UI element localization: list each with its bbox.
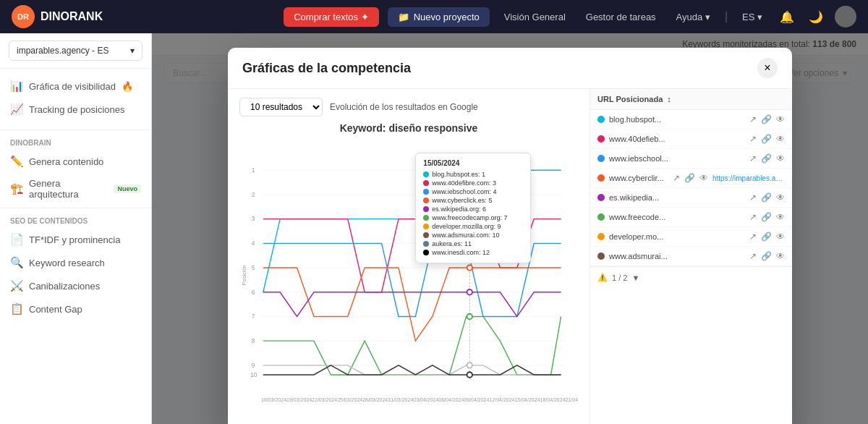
modal-controls: 10 resultados Evolución de los resultado… [239,98,578,116]
tooltip-item-9: www.inesdi.com: 12 [423,248,523,257]
domain-row-40defiebre: www.40defieb... ↗ 🔗 👁 [590,130,792,149]
sidebar-main-section: 📊 Gráfica de visibilidad 🔥 📈 Tracking de… [0,69,151,127]
tooltip-item-0: blog.hubspot.es: 1 [423,170,523,179]
domain-actions-wikipedia: ↗ 🔗 👁 [749,192,785,203]
tooltip-text-0: blog.hubspot.es: 1 [432,171,485,178]
tooltip-text-6: developer.mozilla.org: 9 [432,223,501,230]
vision-general-link[interactable]: Visión General [498,12,571,22]
tooltip-item-7: www.adsmurai.com: 10 [423,231,523,239]
tooltip-dot-8 [423,241,429,247]
sort-icon: ↕ [667,95,671,103]
external-link-icon[interactable]: ↗ [673,173,680,183]
project-selector[interactable]: imparables.agency - ES ▾ [0,33,151,69]
domain-name-hubspot: blog.hubspot... [609,115,745,124]
eye-icon[interactable]: 👁 [776,134,785,144]
copy-icon[interactable]: 🔗 [761,134,772,144]
svg-text:10: 10 [250,371,258,378]
notifications-icon[interactable]: 🔔 [777,10,797,24]
domain-name-wikipedia: es.wikipedia... [609,193,745,202]
svg-point-25 [467,265,472,270]
domain-name-cyberclick: www.cyberclir... [609,174,668,182]
domain-dot-freecodecamp [597,213,605,221]
svg-text:4: 4 [252,239,255,247]
svg-point-28 [467,362,472,368]
domain-url-cyberclick: https://imparables.agency/seo-para-... [712,174,785,182]
domain-actions-adsmurai: ↗ 🔗 👁 [749,251,785,261]
copy-icon[interactable]: 🔗 [684,173,695,183]
language-selector[interactable]: ES ▾ [736,12,768,22]
domain-name-mozilla: developer.mo... [609,232,745,241]
eye-icon[interactable]: 👁 [776,251,785,261]
external-link-icon[interactable]: ↗ [749,153,757,164]
tooltip-text-3: www.cyberclick.es: 5 [432,197,492,204]
external-link-icon[interactable]: ↗ [749,251,757,261]
evolution-label: Evolución de los resultados en Google [330,102,478,112]
svg-point-27 [467,314,472,319]
domain-row-cyberclick: www.cyberclir... ↗ 🔗 👁 https://imparable… [590,169,792,188]
sidebar-item-keyword-research[interactable]: 🔍 Keyword research [0,251,151,274]
copy-icon[interactable]: 🔗 [761,232,772,242]
domain-actions-hubspot: ↗ 🔗 👁 [749,114,785,124]
theme-toggle-icon[interactable]: 🌙 [806,10,826,24]
sidebar-item-genera-contenido[interactable]: ✏️ Genera contenido [0,150,151,173]
domain-row-iebschool: www.iebschool... ↗ 🔗 👁 [590,149,792,169]
external-link-icon[interactable]: ↗ [749,212,757,222]
content-area: Keywords monitorizadas en total: 113 de … [152,33,868,424]
chart-tooltip: 15/05/2024 blog.hubspot.es: 1 www.40defi… [415,153,531,263]
sidebar-item-genera-arquitectura[interactable]: 🏗️ Genera arquitectura Nuevo [0,173,151,205]
tooltip-dot-3 [423,198,429,203]
ayuda-link[interactable]: Ayuda ▾ [671,12,716,22]
external-link-icon[interactable]: ↗ [749,114,757,124]
copy-icon[interactable]: 🔗 [761,251,772,261]
canibalizaciones-icon: ⚔️ [10,279,23,292]
user-avatar[interactable] [835,6,856,27]
gestor-tareas-link[interactable]: Gestor de tareas [580,12,662,22]
sidebar-item-content-gap[interactable]: 📋 Content Gap [0,297,151,321]
tracking-icon: 📈 [10,103,23,116]
sidebar-item-tfidf[interactable]: 📄 TF*IDF y prominencia [0,228,151,251]
warning-icon: ⚠️ [597,273,608,282]
copy-icon[interactable]: 🔗 [761,153,772,164]
modal-close-button[interactable]: × [757,58,778,78]
domain-row-hubspot: blog.hubspot... ↗ 🔗 👁 [590,110,792,130]
tooltip-text-4: es.wikipedia.org: 6 [432,205,486,213]
tooltip-item-6: developer.mozilla.org: 9 [423,222,523,231]
results-select[interactable]: 10 resultados [239,98,323,116]
eye-icon[interactable]: 👁 [776,153,785,164]
sidebar-item-tracking[interactable]: 📈 Tracking de posiciones [0,98,151,121]
eye-icon[interactable]: 👁 [776,192,785,203]
eye-icon[interactable]: 👁 [776,114,785,124]
tooltip-dot-1 [423,180,429,186]
keyword-label: Keyword: diseño responsive [239,122,578,134]
external-link-icon[interactable]: ↗ [749,232,757,242]
copy-icon[interactable]: 🔗 [761,192,772,203]
main-layout: imparables.agency - ES ▾ 📊 Gráfica de vi… [0,33,868,424]
external-link-icon[interactable]: ↗ [749,134,757,144]
domain-dot-cyberclick [597,174,605,182]
svg-text:5: 5 [252,264,255,271]
tooltip-item-5: www.freecodecamp.org: 7 [423,213,523,222]
project-dropdown[interactable]: imparables.agency - ES ▾ [9,41,142,61]
eye-icon[interactable]: 👁 [776,212,785,222]
tooltip-item-4: es.wikipedia.org: 6 [423,205,523,213]
sidebar-item-canibalizaciones[interactable]: ⚔️ Canibalizaciones [0,274,151,297]
modal-graficas-competencia: Gráficas de la competencia × 10 resultad… [228,48,792,424]
new-project-button[interactable]: 📁 Nuevo proyecto [388,7,490,27]
eye-icon[interactable]: 👁 [699,173,708,183]
svg-text:1: 1 [252,166,255,174]
chart-icon: 📊 [10,80,23,93]
sidebar: imparables.agency - ES ▾ 📊 Gráfica de vi… [0,33,152,424]
copy-icon[interactable]: 🔗 [761,114,772,124]
logo: DR DINORANK [12,5,103,28]
pagination-arrow[interactable]: ▼ [631,274,639,282]
modal-body: 10 resultados Evolución de los resultado… [228,89,792,424]
copy-icon[interactable]: 🔗 [761,212,772,222]
tfidf-icon: 📄 [10,233,23,246]
tooltip-dot-2 [423,189,429,195]
sidebar-item-visibilidad[interactable]: 📊 Gráfica de visibilidad 🔥 [0,75,151,98]
domain-actions-iebschool: ↗ 🔗 👁 [749,153,785,164]
eye-icon[interactable]: 👁 [776,232,785,242]
buy-texts-button[interactable]: Comprar textos ✦ [284,7,378,27]
external-link-icon[interactable]: ↗ [749,192,757,203]
domain-row-wikipedia: es.wikipedia... ↗ 🔗 👁 [590,188,792,208]
